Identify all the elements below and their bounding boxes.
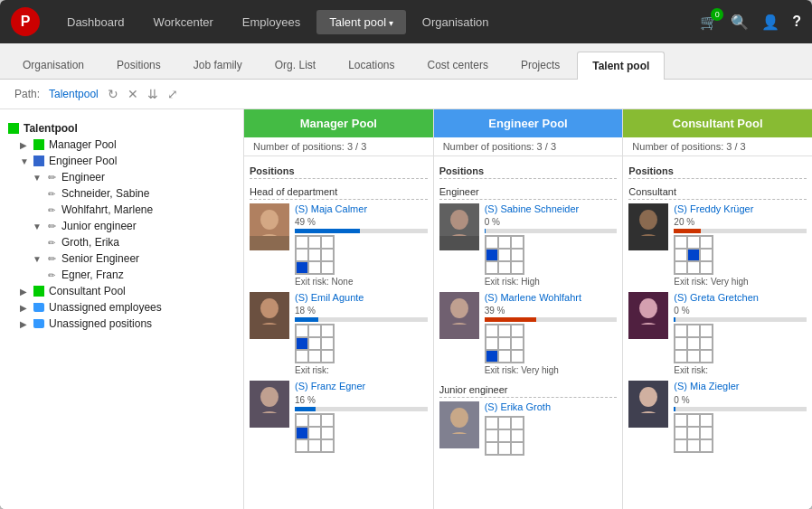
person-card-sabine: (S) Sabine Schneider 0 % Exit risk: High	[439, 203, 618, 287]
senior-engineer-icon: ✏	[45, 252, 58, 265]
manager-pool-count: Number of positions: 3 / 3	[244, 137, 433, 156]
tree-consultant-pool-label: Consultant Pool	[49, 285, 126, 297]
tab-bar: Organisation Positions Job family Org. L…	[0, 43, 812, 80]
person-name-maja[interactable]: (S) Maja Calmer	[295, 203, 428, 215]
nav-talent-pool[interactable]: Talent pool	[316, 10, 406, 34]
person-bar-freddy	[674, 229, 807, 233]
refresh-button[interactable]: ↻	[108, 87, 118, 101]
tree-wohlfahrt[interactable]: ✏ Wohlfahrt, Marlene	[45, 202, 236, 218]
person-name-marlene[interactable]: (S) Marlene Wohlfahrt	[485, 292, 618, 304]
tree-manager-pool[interactable]: ▶ Manager Pool	[20, 137, 236, 153]
tab-job-family[interactable]: Job family	[178, 51, 258, 79]
nav-icons: 🛒 0 🔍 👤 ?	[700, 14, 801, 31]
tab-talent-pool[interactable]: Talent pool	[577, 52, 665, 80]
search-icon[interactable]: 🔍	[731, 14, 749, 31]
tree-manager-pool-label: Manager Pool	[49, 138, 117, 151]
person-name-freddy[interactable]: (S) Freddy Krüger	[674, 203, 807, 215]
person-grid-franz	[295, 413, 335, 453]
engineer-group-eng: Engineer	[439, 183, 618, 200]
unassigned-positions-icon	[33, 317, 45, 330]
tree-engineer-pool[interactable]: ▼ Engineer Pool	[20, 153, 236, 169]
person-info-emil: (S) Emil Agunte 18 % Exit risk:	[295, 292, 428, 375]
person-card-maja: (S) Maja Calmer 49 % Exit risk: None	[250, 203, 428, 287]
tree-unassigned-positions-label: Unassigned positions	[49, 317, 152, 330]
help-icon[interactable]: ?	[792, 14, 801, 30]
logo[interactable]: P	[11, 7, 40, 36]
tab-positions[interactable]: Positions	[101, 51, 176, 79]
close-button[interactable]: ✕	[127, 87, 138, 101]
svg-rect-3	[250, 236, 289, 250]
person-name-mia[interactable]: (S) Mia Ziegler	[674, 381, 807, 392]
manager-pool-icon	[33, 138, 45, 151]
junior-engineer-icon: ✏	[45, 220, 58, 232]
tree-junior-engineer[interactable]: ▼ ✏ Junior engineer	[33, 218, 236, 234]
tree-senior-engineer[interactable]: ▼ ✏ Senior Engineer	[33, 250, 236, 267]
wohlfahrt-icon: ✏	[45, 203, 58, 216]
person-grid-sabine	[485, 235, 524, 275]
person-pct-maja: 49 %	[295, 217, 428, 227]
tree-consultant-pool[interactable]: ▶ Consultant Pool	[20, 283, 236, 299]
consultant-pool-body: Positions Consultant	[623, 156, 812, 509]
person-card-freddy: (S) Freddy Krüger 20 % Exit risk: Very h…	[628, 203, 807, 287]
svg-rect-23	[439, 434, 479, 448]
consultant-positions-label: Positions	[628, 162, 807, 179]
person-name-erika[interactable]: (S) Erika Groth	[485, 401, 618, 413]
tree-engineer-label: Engineer	[61, 171, 105, 184]
path-bar: Path: Talentpool ↻ ✕ ⇊ ⤢	[0, 80, 812, 109]
engineer-pool-body: Positions Engineer	[434, 156, 623, 509]
tab-projects[interactable]: Projects	[505, 51, 575, 79]
person-name-greta[interactable]: (S) Greta Gretchen	[674, 292, 807, 304]
person-bar-mia	[674, 407, 807, 411]
person-info-maja: (S) Maja Calmer 49 % Exit risk: None	[295, 203, 428, 287]
groth-icon: ✏	[45, 236, 58, 249]
tree-engineer[interactable]: ▼ ✏ Engineer	[33, 169, 236, 185]
tree-unassigned-employees[interactable]: ▶ Unassigned employees	[20, 299, 236, 316]
path-link[interactable]: Talentpool	[49, 88, 99, 100]
person-pct-freddy: 20 %	[674, 217, 807, 227]
nav-organisation[interactable]: Organisation	[410, 10, 502, 34]
svg-rect-31	[628, 325, 668, 339]
tree-unassigned-positions[interactable]: ▶ Unassigned positions	[20, 316, 236, 332]
consultant-pool-column: Consultant Pool Number of positions: 3 /…	[623, 109, 812, 509]
tree-root-label: Talentpool	[24, 122, 78, 135]
nav-workcenter[interactable]: Workcenter	[141, 10, 226, 34]
person-bar-maja	[295, 229, 428, 233]
svg-rect-35	[628, 413, 668, 428]
tab-locations[interactable]: Locations	[333, 51, 410, 79]
tree-schneider[interactable]: ✏ Schneider, Sabine	[45, 185, 236, 202]
person-grid-greta	[674, 324, 713, 363]
egner-icon: ✏	[45, 269, 58, 281]
cart-icon[interactable]: 🛒 0	[700, 14, 718, 31]
nav-dashboard[interactable]: Dashboard	[54, 10, 137, 34]
tree-groth[interactable]: ✏ Groth, Erika	[45, 234, 236, 250]
person-name-sabine[interactable]: (S) Sabine Schneider	[485, 203, 618, 215]
person-pct-sabine: 0 %	[485, 217, 618, 227]
nav-employees[interactable]: Employees	[230, 10, 313, 34]
person-name-franz[interactable]: (S) Franz Egner	[295, 381, 428, 392]
expand-button[interactable]: ⇊	[147, 87, 158, 101]
sidebar: Talentpool ▶ Manager Pool ▼ Engineer Poo…	[0, 109, 244, 509]
svg-rect-7	[250, 325, 289, 339]
person-photo-maja	[250, 203, 289, 250]
person-grid-mia	[674, 413, 713, 453]
fullscreen-button[interactable]: ⤢	[167, 87, 178, 101]
user-icon[interactable]: 👤	[761, 14, 779, 31]
consultant-pool-icon	[33, 285, 45, 297]
main-window: P Dashboard Workcenter Employees Talent …	[0, 0, 812, 509]
tab-org-list[interactable]: Org. List	[260, 51, 331, 79]
tree-root[interactable]: Talentpool	[7, 120, 236, 137]
person-card-marlene: (S) Marlene Wohlfahrt 39 % Exit risk: Ve…	[439, 292, 618, 375]
tab-organisation[interactable]: Organisation	[7, 51, 99, 79]
nav-links: Dashboard Workcenter Employees Talent po…	[54, 10, 700, 34]
consultant-pool-header: Consultant Pool	[623, 109, 812, 137]
person-bar-greta	[674, 317, 807, 322]
person-card-franz: (S) Franz Egner 16 %	[250, 381, 428, 452]
tree-egner-label: Egner, Franz	[61, 269, 124, 281]
person-grid-erika	[485, 416, 524, 456]
tree-egner[interactable]: ✏ Egner, Franz	[45, 267, 236, 283]
person-name-emil[interactable]: (S) Emil Agunte	[295, 292, 428, 304]
person-grid-freddy	[674, 235, 713, 275]
tab-cost-centers[interactable]: Cost centers	[412, 51, 504, 79]
schneider-icon: ✏	[45, 187, 58, 200]
svg-rect-19	[439, 325, 479, 339]
